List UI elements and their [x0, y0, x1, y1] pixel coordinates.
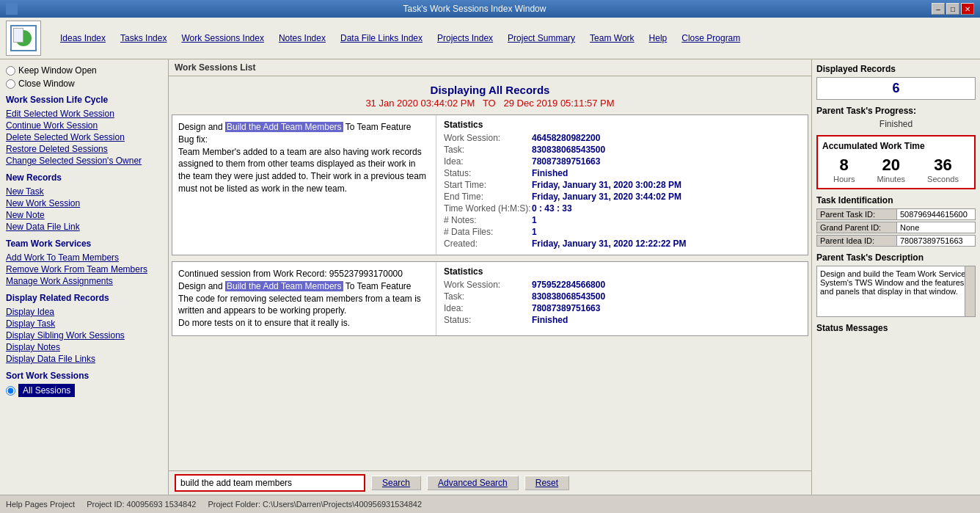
menu-bar: Ideas Index Tasks Index Work Sessions In… — [0, 18, 980, 59]
stat-label-idea2: Idea: — [444, 303, 532, 313]
grand-parent-label: Grand Parent ID: — [816, 222, 897, 233]
advanced-search-button[interactable]: Advanced Search — [427, 476, 519, 490]
search-input-row: Search Advanced Search Reset — [175, 474, 805, 492]
minutes-col: 20 Minutes — [877, 156, 905, 183]
minutes-label: Minutes — [877, 175, 905, 183]
app-logo — [6, 21, 41, 56]
close-button[interactable]: ✕ — [961, 3, 974, 15]
notes-text-after-1: To Team FeatureBug fix:Team Member's add… — [178, 122, 426, 194]
minimize-button[interactable]: – — [932, 3, 945, 15]
menu-team-work[interactable]: Team Work — [582, 30, 641, 46]
list-header: Work Sessions List — [169, 59, 811, 76]
stat-value-created1: Friday, January 31, 2020 12:22:22 PM — [532, 239, 687, 249]
sidebar-restore-sessions[interactable]: Restore Deleted Sessions — [6, 143, 162, 155]
seconds-label: Seconds — [927, 175, 959, 183]
search-input[interactable] — [175, 474, 365, 492]
parent-task-id-value: 508796944615600 — [897, 208, 976, 220]
menu-notes-index[interactable]: Notes Index — [271, 30, 333, 46]
date-to: 29 Dec 2019 05:11:57 PM — [504, 98, 615, 109]
section-sort: Sort Work Sessions — [6, 371, 162, 381]
sidebar-change-owner[interactable]: Change Selected Session's Owner — [6, 155, 162, 167]
list-scroll-area: Design and Build the Add Team Members To… — [169, 112, 811, 470]
close-window-radio[interactable]: Close Window — [6, 79, 162, 89]
session-card-2[interactable]: Continued session from Work Record: 9552… — [172, 261, 808, 336]
keep-window-radio[interactable]: Keep Window Open — [6, 65, 162, 76]
status-folder: Project Folder: C:\Users\Darren\Projects… — [208, 500, 422, 509]
window-title: Task's Work Sessions Index Window — [18, 4, 932, 14]
stat-label-notes1: # Notes: — [444, 215, 532, 225]
seconds-col: 36 Seconds — [927, 156, 959, 183]
stat-value-task1: 830838068543500 — [532, 145, 605, 155]
sidebar-new-work-session[interactable]: New Work Session — [6, 197, 162, 209]
menu-close-program[interactable]: Close Program — [674, 30, 747, 46]
menu-projects-index[interactable]: Projects Index — [430, 30, 500, 46]
stat-label-status1: Status: — [444, 168, 532, 178]
date-separator: TO — [483, 98, 496, 109]
parent-desc-text: Design and build the Team Work Services … — [820, 269, 970, 296]
stat-label-datafiles1: # Data Files: — [444, 227, 532, 237]
displayed-records-title: Displayed Records — [816, 64, 976, 74]
app-icon — [6, 3, 18, 15]
right-panel: Displayed Records 6 Parent Task's Progre… — [811, 59, 980, 495]
parent-desc-title: Parent Task's Description — [816, 252, 976, 263]
sidebar-delete-session[interactable]: Delete Selected Work Session — [6, 131, 162, 143]
parent-desc-box: Design and build the Team Work Services … — [816, 266, 976, 317]
sidebar-new-task[interactable]: New Task — [6, 186, 162, 197]
search-button[interactable]: Search — [371, 476, 421, 490]
sidebar-display-data-files[interactable]: Display Data File Links — [6, 353, 162, 365]
sidebar-edit-session[interactable]: Edit Selected Work Session — [6, 108, 162, 120]
date-from: 31 Jan 2020 03:44:02 PM — [365, 98, 475, 109]
sessions-list[interactable]: Design and Build the Add Team Members To… — [169, 112, 811, 470]
accumulated-title: Accumulated Work Time — [822, 141, 970, 151]
status-bar: Help Pages Project Project ID: 40095693 … — [0, 495, 980, 512]
stat-value-end1: Friday, January 31, 2020 3:44:02 PM — [532, 192, 681, 202]
menu-ideas-index[interactable]: Ideas Index — [53, 30, 113, 46]
sidebar-display-task[interactable]: Display Task — [6, 318, 162, 330]
parent-idea-value: 78087389751663 — [897, 235, 976, 247]
stat-value-status1: Finished — [532, 168, 568, 178]
parent-progress-title: Parent Task's Progress: — [816, 106, 976, 116]
parent-progress-value: Finished — [816, 119, 976, 129]
session-card-1[interactable]: Design and Build the Add Team Members To… — [172, 114, 808, 255]
stat-label-ws2: Work Session: — [444, 280, 532, 290]
accumulated-work-time-box: Accumulated Work Time 8 Hours 20 Minutes… — [816, 135, 976, 189]
sessions-combo[interactable]: All Sessions — [18, 384, 75, 397]
sidebar-manage-assignments[interactable]: Manage Work Assignments — [6, 275, 162, 287]
menu-help[interactable]: Help — [642, 30, 675, 46]
parent-task-id-row: Parent Task ID: 508796944615600 — [816, 208, 976, 220]
sidebar-add-work-team[interactable]: Add Work To Team Members — [6, 252, 162, 263]
stat-value-notes1: 1 — [532, 215, 537, 225]
sidebar-remove-work-team[interactable]: Remove Work From Team Members — [6, 263, 162, 275]
list-title: Work Sessions List — [175, 62, 805, 73]
sidebar-display-sibling[interactable]: Display Sibling Work Sessions — [6, 330, 162, 341]
stat-value-status2: Finished — [532, 315, 568, 325]
hours-label: Hours — [833, 175, 855, 183]
display-all-label: Displaying All Records — [169, 84, 811, 96]
notes-highlight-1: Build the Add Team Members — [225, 122, 343, 132]
menu-project-summary[interactable]: Project Summary — [500, 30, 582, 46]
all-sessions-radio[interactable] — [6, 386, 15, 396]
desc-scrollbar[interactable] — [965, 266, 975, 316]
reset-button[interactable]: Reset — [524, 476, 569, 490]
stat-value-ws2: 975952284566800 — [532, 280, 605, 290]
stat-value-timeworked1: 0 : 43 : 33 — [532, 203, 572, 214]
menu-work-sessions-index[interactable]: Work Sessions Index — [174, 30, 271, 46]
stats-title-1: Statistics — [444, 120, 800, 130]
menu-tasks-index[interactable]: Tasks Index — [113, 30, 174, 46]
date-range: 31 Jan 2020 03:44:02 PM TO 29 Dec 2019 0… — [169, 98, 811, 109]
notes-text-before-1: Design and — [178, 122, 225, 132]
sidebar-continue-session[interactable]: Continue Work Session — [6, 120, 162, 131]
sidebar-new-note[interactable]: New Note — [6, 209, 162, 221]
seconds-value: 36 — [934, 156, 951, 175]
section-work-session-lifecycle: Work Session Life Cycle — [6, 95, 162, 105]
session-stats-1: Statistics Work Session:46458280982200 T… — [436, 115, 808, 255]
stat-label-task2: Task: — [444, 291, 532, 302]
grand-parent-value: None — [897, 222, 976, 233]
task-id-title: Task Identification — [816, 195, 976, 205]
sidebar-new-data-file-link[interactable]: New Data File Link — [6, 221, 162, 233]
stat-label-status2: Status: — [444, 315, 532, 325]
menu-data-file-links-index[interactable]: Data File Links Index — [333, 30, 430, 46]
sidebar-display-notes[interactable]: Display Notes — [6, 341, 162, 353]
sidebar-display-idea[interactable]: Display Idea — [6, 306, 162, 318]
restore-button[interactable]: □ — [946, 3, 959, 15]
